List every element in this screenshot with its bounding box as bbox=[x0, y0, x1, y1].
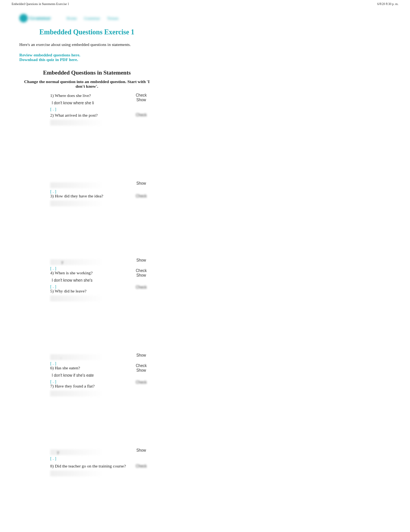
answer-input-blurred[interactable] bbox=[50, 182, 104, 188]
question-text: 1) Where does she live? bbox=[50, 93, 136, 98]
check-button[interactable]: Check bbox=[136, 113, 147, 117]
logo-icon bbox=[19, 14, 28, 22]
question-block: [ . ] 3) How did they have the idea? Sho… bbox=[19, 181, 154, 206]
page-title: Embedded Questions Exercise 1 bbox=[19, 28, 154, 36]
answer-input[interactable] bbox=[50, 372, 104, 378]
section-title: Embedded Questions in Statements bbox=[19, 70, 154, 76]
site-logo[interactable]: Grammar bbox=[19, 14, 51, 22]
bracket-indicator: [ . ] bbox=[50, 284, 136, 289]
header-title: Embedded Questions in Statements Exercis… bbox=[12, 2, 69, 6]
bracket-indicator: [ . ] bbox=[50, 189, 136, 194]
intro-text: Here's an exercise about using embedded … bbox=[19, 42, 154, 47]
question-text: 4) When is she working? bbox=[50, 270, 136, 275]
answer-input-blurred[interactable] bbox=[50, 120, 104, 126]
answer-input-blurred[interactable] bbox=[50, 296, 104, 301]
question-text: 3) How did they have the idea? bbox=[50, 194, 136, 198]
show-button[interactable]: Show bbox=[136, 448, 147, 452]
check-button[interactable]: Check bbox=[136, 464, 147, 468]
nav-link-tenses[interactable]: Tenses bbox=[107, 16, 119, 20]
logo-text: Grammar bbox=[29, 15, 51, 21]
question-block: 1) Where does she live? [ . ] Check Show bbox=[19, 93, 154, 111]
show-button[interactable]: Show bbox=[136, 273, 147, 277]
check-button[interactable]: Check bbox=[136, 380, 147, 384]
question-block: y [ . ] 4) When is she working? [ . ] 5)… bbox=[19, 258, 154, 301]
bracket-indicator: [ . ] bbox=[50, 361, 136, 365]
answer-input-blurred[interactable] bbox=[50, 201, 104, 206]
question-text: 8) Did the teacher go on the training co… bbox=[50, 464, 136, 468]
nav-link-grammar[interactable]: Grammar bbox=[84, 16, 100, 20]
answer-input[interactable] bbox=[50, 100, 104, 106]
answer-input[interactable] bbox=[50, 277, 104, 283]
bracket-indicator: [ . ] bbox=[50, 456, 136, 461]
question-block: 2) What arrived in the post? Check bbox=[19, 113, 154, 126]
nav-link-home[interactable]: Home bbox=[66, 16, 77, 20]
check-button[interactable]: Check bbox=[136, 93, 147, 97]
answer-input-blurred[interactable] bbox=[50, 391, 104, 396]
question-text: 5) Why did he leave? bbox=[50, 289, 136, 293]
answer-input-blurred[interactable] bbox=[50, 471, 104, 476]
answer-input-blurred[interactable]: . bbox=[50, 354, 104, 360]
check-button[interactable]: Check bbox=[136, 285, 147, 289]
answer-input-blurred[interactable]: y bbox=[50, 259, 104, 265]
main-content: Grammar Home Grammar Tenses Embedded Que… bbox=[0, 8, 174, 484]
check-button[interactable]: Check bbox=[136, 194, 147, 198]
bracket-indicator: [ . ] bbox=[50, 266, 136, 270]
check-button[interactable]: Check bbox=[136, 269, 147, 273]
question-text: 2) What arrived in the post? bbox=[50, 113, 136, 117]
bracket-indicator: [ . ] bbox=[50, 107, 136, 111]
document-header: Embedded Questions in Statements Exercis… bbox=[0, 0, 410, 8]
question-text: 6) Has she eaten? bbox=[50, 365, 136, 370]
show-button[interactable]: Show bbox=[136, 368, 147, 372]
question-text: 7) Have they found a flat? bbox=[50, 384, 136, 388]
question-block: . [ . ] 6) Has she eaten? [ . ] 7) Have … bbox=[19, 353, 154, 396]
show-button[interactable]: Show bbox=[136, 353, 147, 357]
answer-input-blurred[interactable]: y bbox=[50, 449, 104, 455]
bracket-indicator: [ . ] bbox=[50, 379, 136, 384]
nav-links: Home Grammar Tenses bbox=[66, 16, 119, 20]
show-button[interactable]: Show bbox=[136, 181, 147, 185]
header-timestamp: 6/8/20 8:30 p. m. bbox=[377, 2, 398, 6]
logo-nav-bar: Grammar Home Grammar Tenses bbox=[19, 14, 154, 22]
check-button[interactable]: Check bbox=[136, 364, 147, 368]
show-button[interactable]: Show bbox=[136, 258, 147, 262]
review-link[interactable]: Review embedded questions here. bbox=[19, 53, 154, 57]
download-link[interactable]: Download this quiz in PDF here. bbox=[19, 57, 154, 62]
instruction-text: Change the normal question into an embed… bbox=[19, 79, 154, 88]
show-button[interactable]: Show bbox=[136, 98, 147, 102]
question-block: y [ . ] 8) Did the teacher go on the tra… bbox=[19, 448, 154, 476]
